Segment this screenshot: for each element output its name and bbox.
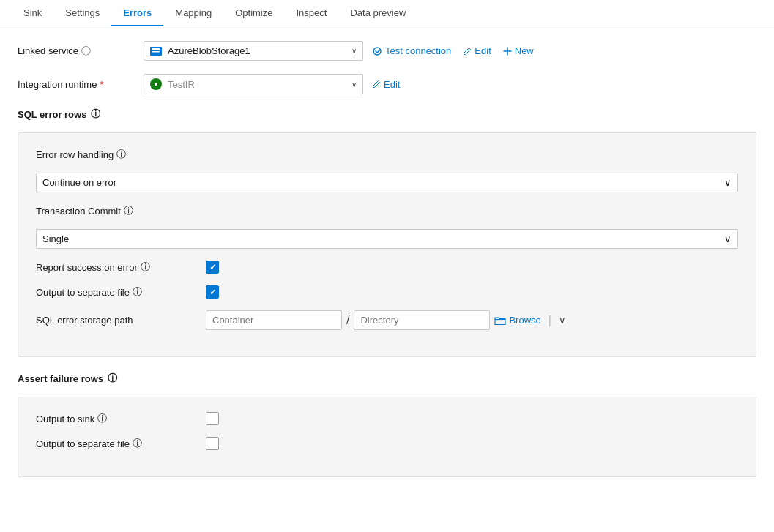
assert-failure-info-icon: ⓘ bbox=[108, 372, 117, 385]
linked-service-label-text: Linked service bbox=[18, 45, 78, 56]
integration-runtime-label: Integration runtime * bbox=[18, 79, 135, 90]
tab-settings[interactable]: Settings bbox=[53, 0, 111, 26]
integration-runtime-row: Integration runtime * ● TestIR ∨ Edit bbox=[18, 74, 756, 94]
report-success-info-icon: ⓘ bbox=[141, 261, 150, 274]
storage-path-inputs: / Browse | ∨ bbox=[206, 310, 566, 330]
output-to-sink-info-icon: ⓘ bbox=[97, 412, 107, 425]
sql-error-section-header: SQL error rows ⓘ bbox=[18, 108, 756, 121]
test-connection-icon bbox=[372, 46, 382, 56]
sql-error-section-title: SQL error rows ⓘ bbox=[18, 108, 756, 121]
tab-errors[interactable]: Errors bbox=[111, 0, 163, 26]
edit-runtime-icon bbox=[372, 80, 381, 89]
sql-error-rows-box: Error row handling ⓘ Continue on error ∨… bbox=[18, 132, 756, 357]
tab-mapping[interactable]: Mapping bbox=[163, 0, 223, 26]
svg-rect-0 bbox=[152, 48, 160, 50]
transaction-commit-dropdown[interactable]: Single ∨ bbox=[36, 229, 738, 249]
runtime-status-icon: ● bbox=[150, 78, 162, 90]
error-row-handling-dropdown[interactable]: Continue on error ∨ bbox=[36, 173, 738, 192]
assert-output-separate-row: Output to separate file ⓘ bbox=[36, 437, 738, 450]
path-separator: / bbox=[346, 314, 349, 327]
error-row-handling-label: Error row handling ⓘ bbox=[36, 148, 197, 161]
directory-input[interactable] bbox=[354, 310, 490, 330]
tab-data-preview[interactable]: Data preview bbox=[338, 0, 417, 26]
sql-storage-path-row: SQL error storage path / Browse | ∨ bbox=[36, 310, 738, 330]
report-success-label: Report success on error ⓘ bbox=[36, 261, 197, 274]
plus-icon bbox=[503, 47, 512, 56]
storage-path-chevron-icon[interactable]: ∨ bbox=[559, 315, 566, 326]
output-to-sink-row: Output to sink ⓘ bbox=[36, 412, 738, 425]
assert-output-separate-checkbox[interactable] bbox=[206, 437, 219, 450]
sql-output-separate-info-icon: ⓘ bbox=[133, 285, 142, 299]
integration-runtime-dropdown[interactable]: ● TestIR ∨ bbox=[144, 74, 363, 94]
error-row-handling-row: Error row handling ⓘ bbox=[36, 148, 738, 161]
integration-runtime-value: TestIR bbox=[168, 79, 195, 90]
sql-storage-path-label: SQL error storage path bbox=[36, 315, 197, 326]
assert-failure-section-header: Assert failure rows ⓘ bbox=[18, 372, 756, 385]
new-linked-service-button[interactable]: New bbox=[503, 45, 534, 56]
edit-runtime-button[interactable]: Edit bbox=[372, 79, 400, 90]
tab-optimize[interactable]: Optimize bbox=[223, 0, 284, 26]
linked-service-value: AzureBlobStorage1 bbox=[168, 45, 250, 56]
edit-icon bbox=[463, 47, 472, 56]
integration-runtime-chevron-icon: ∨ bbox=[351, 80, 357, 89]
linked-service-dropdown[interactable]: AzureBlobStorage1 ∨ bbox=[144, 41, 363, 61]
assert-failure-section-title: Assert failure rows ⓘ bbox=[18, 372, 756, 385]
main-content: Linked service ⓘ AzureBlobStorage1 ∨ Tes… bbox=[0, 26, 774, 506]
report-success-row: Report success on error ⓘ bbox=[36, 261, 738, 274]
output-to-sink-checkbox[interactable] bbox=[206, 412, 219, 425]
transaction-commit-row: Transaction Commit ⓘ bbox=[36, 204, 738, 217]
edit-linked-service-button[interactable]: Edit bbox=[463, 45, 491, 56]
output-to-sink-label: Output to sink ⓘ bbox=[36, 412, 197, 425]
transaction-commit-chevron-icon: ∨ bbox=[724, 233, 732, 244]
test-connection-button[interactable]: Test connection bbox=[372, 45, 451, 56]
error-row-handling-chevron-icon: ∨ bbox=[724, 177, 732, 188]
required-star: * bbox=[100, 79, 103, 90]
report-success-checkbox[interactable] bbox=[206, 261, 219, 274]
sql-output-separate-file-row: Output to separate file ⓘ bbox=[36, 285, 738, 299]
linked-service-info-icon: ⓘ bbox=[81, 45, 91, 58]
storage-icon bbox=[150, 47, 162, 56]
folder-icon bbox=[494, 315, 506, 326]
linked-service-row: Linked service ⓘ AzureBlobStorage1 ∨ Tes… bbox=[18, 41, 756, 61]
linked-service-chevron-icon: ∨ bbox=[351, 47, 357, 55]
sql-error-info-icon: ⓘ bbox=[91, 108, 100, 121]
sql-output-separate-file-label: Output to separate file ⓘ bbox=[36, 285, 197, 299]
assert-failure-rows-box: Output to sink ⓘ Output to separate file… bbox=[18, 397, 756, 477]
linked-service-actions: Test connection Edit New bbox=[372, 45, 534, 56]
transaction-commit-info-icon: ⓘ bbox=[124, 204, 133, 217]
assert-output-separate-label: Output to separate file ⓘ bbox=[36, 437, 197, 450]
sql-output-separate-checkbox[interactable] bbox=[206, 285, 219, 299]
integration-runtime-label-text: Integration runtime bbox=[18, 79, 97, 90]
tab-sink[interactable]: Sink bbox=[12, 0, 53, 26]
browse-button[interactable]: Browse bbox=[494, 315, 540, 326]
container-input[interactable] bbox=[206, 310, 342, 330]
assert-output-separate-info-icon: ⓘ bbox=[133, 437, 142, 450]
tab-bar: SinkSettingsErrorsMappingOptimizeInspect… bbox=[0, 0, 774, 26]
error-row-handling-info-icon: ⓘ bbox=[116, 148, 126, 161]
svg-rect-1 bbox=[152, 51, 160, 53]
transaction-commit-label: Transaction Commit ⓘ bbox=[36, 204, 197, 217]
svg-point-2 bbox=[373, 48, 381, 55]
linked-service-label: Linked service ⓘ bbox=[18, 45, 135, 58]
browse-separator: | bbox=[548, 314, 551, 327]
tab-inspect[interactable]: Inspect bbox=[284, 0, 338, 26]
